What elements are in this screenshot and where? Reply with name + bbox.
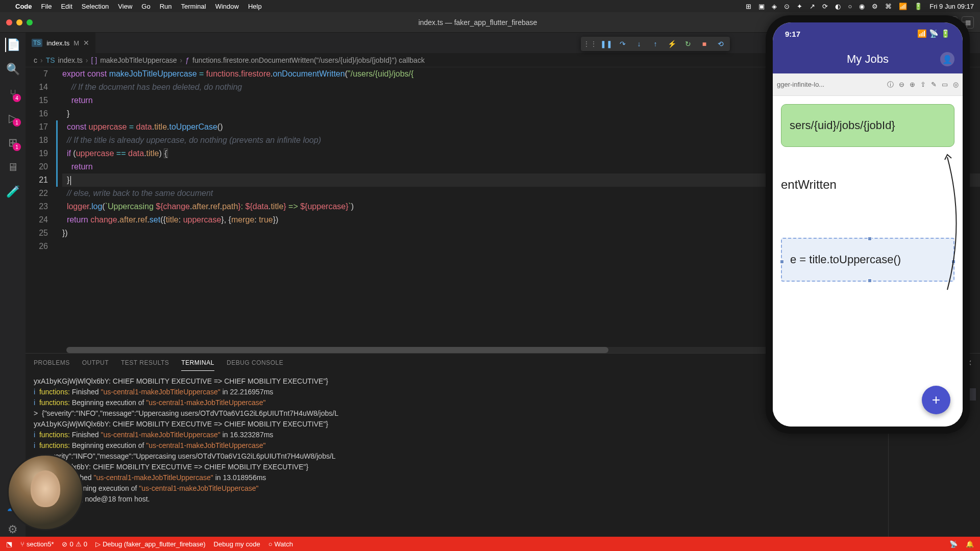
- tray-icon[interactable]: ↗: [810, 3, 815, 10]
- debug-target[interactable]: ▷ Debug (faker_app_flutter_firebase): [95, 540, 206, 548]
- zoom-out-icon[interactable]: ⊖: [899, 81, 904, 88]
- menubar-right: ⊞ ▣ ◈ ⊙ ✦ ↗ ⟳ ◐ ○ ◉ ⚙ ⌘ 📶 🔋 Fri 9 Jun 09…: [746, 3, 974, 10]
- git-branch[interactable]: ⑂ section5*: [20, 540, 54, 548]
- line-number-gutter: 7 14 15 16 17 18 19 20 21 22 23 24 25 26: [26, 67, 56, 345]
- more-icon[interactable]: ◎: [953, 81, 959, 88]
- tab-problems[interactable]: PROBLEMS: [34, 355, 70, 370]
- search-icon[interactable]: 🔍: [6, 62, 20, 77]
- wifi-icon: 📡: [929, 29, 939, 38]
- menu-edit[interactable]: Edit: [61, 3, 72, 10]
- run-debug-icon[interactable]: ▷1: [6, 111, 20, 126]
- breadcrumb-folder[interactable]: c: [34, 56, 37, 64]
- typescript-icon: TS: [46, 56, 55, 64]
- menu-terminal[interactable]: Terminal: [181, 3, 206, 10]
- extensions-icon[interactable]: ⊞1: [6, 136, 20, 150]
- scrollbar-thumb[interactable]: [66, 347, 608, 353]
- menu-run[interactable]: Run: [160, 3, 172, 10]
- bookmark-icon[interactable]: ▭: [942, 81, 948, 88]
- tray-icon[interactable]: ⚙: [872, 3, 878, 10]
- debug-toolbar[interactable]: ⋮⋮ ❚❚ ↷ ↓ ↑ ⚡ ↻ ■ ⟲: [581, 37, 730, 51]
- zoom-in-icon[interactable]: ⊕: [910, 81, 915, 88]
- tab-modified-indicator: M: [74, 39, 79, 47]
- tray-icon[interactable]: ⊞: [746, 3, 751, 10]
- share-icon[interactable]: ⇧: [920, 81, 926, 88]
- source-control-icon[interactable]: ⑂4: [6, 87, 20, 101]
- profile-icon[interactable]: 👤: [940, 52, 954, 66]
- symbol-icon: [ ]: [91, 56, 97, 64]
- tab-terminal[interactable]: TERMINAL: [181, 355, 214, 371]
- tray-icon[interactable]: ◉: [859, 3, 865, 10]
- tray-icon[interactable]: ▣: [758, 3, 765, 10]
- battery-icon[interactable]: 🔋: [914, 3, 922, 10]
- continue-button[interactable]: ⚡: [667, 39, 677, 49]
- battery-icon: 🔋: [941, 29, 950, 38]
- tray-icon[interactable]: ✦: [797, 3, 802, 10]
- tab-test-results[interactable]: TEST RESULTS: [121, 355, 169, 370]
- menu-selection[interactable]: Selection: [82, 3, 109, 10]
- remote-indicator[interactable]: ⬔: [6, 540, 12, 548]
- tab-index-ts[interactable]: TS index.ts M ✕: [26, 33, 96, 53]
- breadcrumb-file[interactable]: index.ts: [58, 56, 83, 64]
- app-header: My Jobs 👤: [773, 45, 963, 73]
- explorer-icon[interactable]: 📄: [5, 38, 19, 52]
- breadcrumb-callback[interactable]: functions.firestore.onDocumentWritten("/…: [192, 56, 425, 64]
- callback-icon: ƒ: [185, 56, 189, 64]
- diagram-arrow: [927, 147, 963, 300]
- step-into-button[interactable]: ↓: [634, 39, 644, 49]
- watch-toggle[interactable]: ○ Watch: [268, 540, 293, 548]
- stop-button[interactable]: ■: [699, 39, 709, 49]
- tab-output[interactable]: OUTPUT: [82, 355, 109, 370]
- tray-icon[interactable]: ⊙: [784, 3, 790, 10]
- pause-button[interactable]: ❚❚: [601, 39, 611, 49]
- terminal-output[interactable]: yxA1byKGjWjWlQlx6bY: CHIEF MOBILITY EXEC…: [26, 372, 888, 537]
- tab-filename: index.ts: [46, 39, 69, 47]
- tray-icon[interactable]: ○: [848, 3, 852, 10]
- app-content[interactable]: sers/{uid}/jobs/{jobId} entWritten e = t…: [773, 96, 963, 427]
- traffic-lights: [6, 19, 33, 26]
- drag-handle-icon[interactable]: ⋮⋮: [585, 39, 595, 49]
- macos-menubar: Code File Edit Selection View Go Run Ter…: [0, 0, 980, 12]
- ios-status-bar: 9:17 📶📡🔋: [773, 22, 963, 45]
- tray-icon[interactable]: ◐: [835, 3, 841, 10]
- tab-debug-console[interactable]: DEBUG CONSOLE: [227, 355, 283, 370]
- edit-icon[interactable]: ✎: [931, 81, 937, 88]
- ios-time: 9:17: [785, 30, 800, 38]
- error-count[interactable]: ⊘ 0 ⚠ 0: [62, 540, 87, 548]
- tray-icon[interactable]: ⟳: [822, 3, 828, 10]
- notifications-icon[interactable]: 🔔: [966, 540, 974, 548]
- testing-icon[interactable]: 🧪: [6, 185, 20, 199]
- feedback-icon[interactable]: 📡: [949, 540, 958, 548]
- diagram-box-path: sers/{uid}/jobs/{jobId}: [781, 104, 954, 147]
- hot-reload-button[interactable]: ⟲: [716, 39, 726, 49]
- info-icon[interactable]: ⓘ: [887, 80, 894, 89]
- settings-gear-icon[interactable]: ⚙: [6, 522, 20, 537]
- restart-button[interactable]: ↻: [683, 39, 693, 49]
- text-cursor: [70, 176, 71, 185]
- minimize-window-button[interactable]: [16, 19, 22, 26]
- menu-help[interactable]: Help: [248, 3, 262, 10]
- maximize-window-button[interactable]: [27, 19, 33, 26]
- step-over-button[interactable]: ↷: [618, 39, 628, 49]
- tray-icon[interactable]: ◈: [772, 3, 777, 10]
- app-name[interactable]: Code: [15, 3, 32, 10]
- menu-go[interactable]: Go: [141, 3, 150, 10]
- simulator-screen[interactable]: 9:17 📶📡🔋 My Jobs 👤 gger-infinite-lo... ⓘ…: [773, 22, 963, 427]
- step-out-button[interactable]: ↑: [650, 39, 660, 49]
- chevron-right-icon: ›: [180, 56, 183, 64]
- close-window-button[interactable]: [6, 19, 12, 26]
- fab-add-button[interactable]: +: [922, 386, 950, 414]
- tray-icon[interactable]: ⌘: [885, 3, 892, 10]
- signal-icon: 📶: [917, 29, 927, 38]
- debug-my-code[interactable]: Debug my code: [214, 540, 260, 548]
- webcam-overlay: [7, 454, 84, 531]
- clock[interactable]: Fri 9 Jun 09:17: [929, 3, 974, 10]
- app-title: My Jobs: [847, 53, 889, 66]
- browser-toolbar: gger-infinite-lo... ⓘ ⊖ ⊕ ⇧ ✎ ▭ ◎: [773, 73, 963, 96]
- wifi-icon[interactable]: 📶: [899, 3, 907, 10]
- menu-window[interactable]: Window: [215, 3, 239, 10]
- tab-close-icon[interactable]: ✕: [83, 39, 89, 47]
- breadcrumb-symbol[interactable]: makeJobTitleUppercase: [100, 56, 177, 64]
- menu-view[interactable]: View: [118, 3, 132, 10]
- menu-file[interactable]: File: [41, 3, 52, 10]
- remote-explorer-icon[interactable]: 🖥: [6, 160, 20, 174]
